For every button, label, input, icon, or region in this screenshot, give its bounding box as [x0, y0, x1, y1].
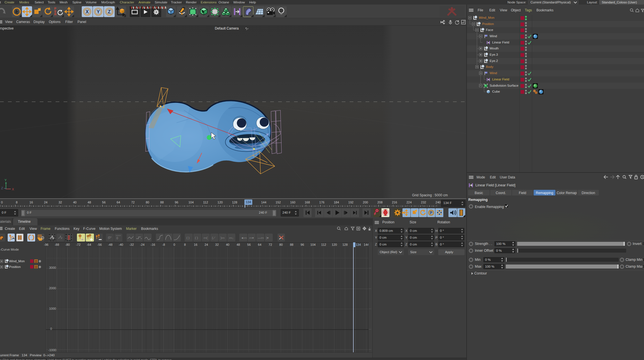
- svg-text:▭↓: ▭↓: [229, 236, 234, 240]
- svg-text:▭▾: ▭▾: [249, 236, 254, 240]
- svg-text:(⟋: (⟋: [212, 236, 215, 240]
- svg-text:—▭: —▭: [258, 236, 264, 240]
- svg-text:( ): ( ): [186, 236, 189, 240]
- svg-text:◄▭: ◄▭: [241, 236, 247, 240]
- svg-text:( ): ( ): [195, 236, 198, 240]
- svg-text:P: P: [430, 211, 432, 215]
- svg-text:(0°: (0°: [108, 236, 112, 239]
- svg-text:▭(: ▭(: [204, 236, 207, 240]
- svg-text:)▭: )▭: [221, 236, 225, 240]
- svg-text:|▾: |▾: [266, 236, 269, 240]
- svg-text:0: 0: [116, 236, 118, 240]
